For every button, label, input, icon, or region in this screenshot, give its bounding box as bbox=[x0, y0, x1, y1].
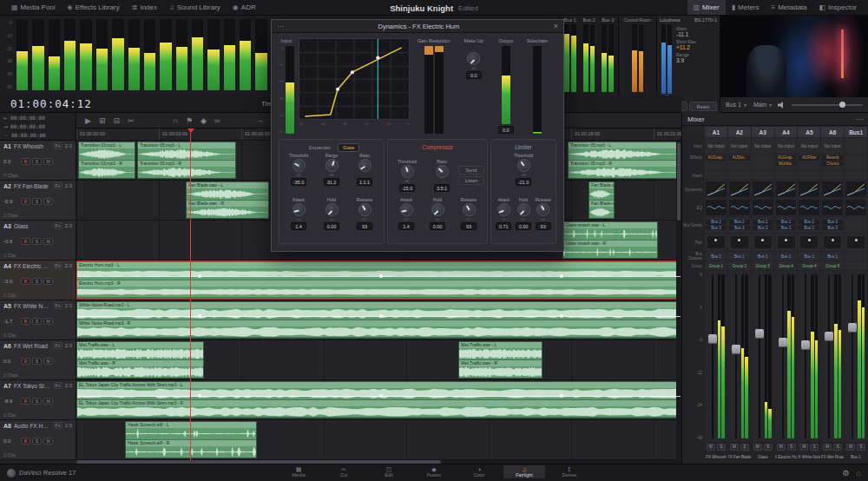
strip-effect-item[interactable]: AUDist.. bbox=[729, 155, 750, 161]
media-pool-button[interactable]: ▦Media Pool bbox=[5, 0, 62, 15]
audio-clip[interactable]: Hawk Screech.aiff - LHawk Screech.aiff -… bbox=[125, 421, 257, 458]
strip-effects[interactable] bbox=[752, 155, 774, 170]
strip-bus-output[interactable]: Bus 1 bbox=[752, 252, 774, 260]
strip-bus-output[interactable]: Bus 1 bbox=[798, 252, 820, 260]
audio-clip[interactable]: Fan Blade.wav - LFan Blade.wav - R bbox=[186, 181, 269, 219]
track-arm-button[interactable]: R bbox=[21, 278, 30, 285]
track-fx-badge[interactable]: Fx bbox=[54, 382, 62, 389]
strip-mute-button[interactable]: M bbox=[753, 444, 762, 451]
snap-icon[interactable]: ∩ bbox=[173, 116, 178, 125]
audio-clip[interactable]: Wet Traffic.wav - LWet Traffic.wav - R bbox=[76, 341, 204, 379]
strip-channel-label[interactable]: A3 bbox=[752, 127, 774, 137]
track-header[interactable]: A8Audio FX Hawk Sc..Fx2.00.0RSM1 Clip bbox=[0, 420, 76, 459]
settings-gear-icon[interactable]: ⚙ bbox=[842, 469, 849, 478]
track-fx-badge[interactable]: Fx bbox=[54, 262, 62, 269]
strip-solo-button[interactable]: S bbox=[740, 444, 749, 451]
fader-handle[interactable] bbox=[801, 340, 810, 350]
page-fusion[interactable]: ◆Fusion bbox=[413, 465, 455, 478]
mixer-button[interactable]: ▥Mixer bbox=[687, 0, 726, 15]
strip-eq-thumb[interactable] bbox=[775, 199, 798, 216]
audio-clip[interactable]: Transition 05.mp3 - LTransition 05.mp3 -… bbox=[137, 142, 236, 179]
strip-effects[interactable] bbox=[845, 155, 867, 170]
strip-solo-button[interactable]: S bbox=[810, 444, 819, 451]
page-cut[interactable]: ✂Cut bbox=[323, 465, 365, 478]
pan-control[interactable] bbox=[778, 236, 795, 248]
bus-send-item[interactable]: Bus 2 bbox=[729, 220, 750, 225]
strip-effect-item[interactable]: Chorus bbox=[822, 161, 843, 167]
strip-group[interactable]: Group 2 bbox=[728, 261, 751, 270]
strip-mute-button[interactable]: M bbox=[823, 444, 832, 451]
track-fx-badge[interactable]: Fx bbox=[54, 422, 62, 429]
track-mute-button[interactable]: M bbox=[43, 398, 53, 405]
strip-eq-thumb[interactable] bbox=[705, 199, 727, 216]
audio-clip[interactable]: Transition 05.mp3 - LTransition 05.mp3 -… bbox=[568, 142, 679, 179]
strip-effect-item[interactable]: AUGrap.. bbox=[706, 155, 727, 161]
bus-send-item[interactable]: Bus 3 bbox=[753, 226, 773, 231]
razor-tool-icon[interactable]: ✂ bbox=[128, 116, 135, 125]
bus-send-item[interactable]: Bus 3 bbox=[706, 226, 727, 231]
range-select-icon[interactable]: ⊞ bbox=[99, 116, 106, 125]
metadata-button[interactable]: ≡Metadata bbox=[766, 0, 813, 15]
audio-clip[interactable]: White Noise Road.mp3 - LWhite Noise Road… bbox=[76, 301, 681, 339]
pan-control[interactable] bbox=[824, 236, 841, 248]
strip-input[interactable]: No Input bbox=[752, 138, 774, 154]
listen-button[interactable]: Listen bbox=[458, 176, 484, 185]
track-mute-button[interactable]: M bbox=[43, 278, 53, 285]
track-arm-button[interactable]: R bbox=[21, 318, 30, 325]
track-fx-badge[interactable]: Fx bbox=[54, 222, 62, 229]
strip-bus-sends[interactable]: Bus 2Bus 3 bbox=[705, 217, 727, 233]
track-fx-badge[interactable]: Fx bbox=[54, 342, 62, 349]
strip-bus-output[interactable]: Bus 1 bbox=[821, 252, 844, 260]
page-edit[interactable]: ◫Edit bbox=[368, 465, 410, 478]
gate-tab[interactable]: Gate bbox=[338, 143, 359, 152]
track-lane[interactable]: White Noise Road.mp3 - LWhite Noise Road… bbox=[76, 300, 681, 339]
track-solo-button[interactable]: S bbox=[32, 238, 42, 245]
zoom-out-icon[interactable]: − bbox=[258, 116, 262, 125]
strip-insert[interactable] bbox=[775, 171, 798, 180]
release-knob[interactable] bbox=[463, 203, 476, 216]
ratio-knob[interactable] bbox=[436, 165, 449, 178]
strip-pan[interactable] bbox=[821, 234, 844, 251]
strip-effect-item[interactable]: Reverb bbox=[822, 155, 843, 161]
page-media[interactable]: ▦Media bbox=[278, 465, 319, 478]
strip-solo-button[interactable]: S bbox=[787, 444, 796, 451]
limiter-title[interactable]: Limiter bbox=[494, 142, 553, 153]
strip-solo-button[interactable]: S bbox=[717, 444, 726, 451]
strip-bus-sends[interactable]: Bus 2Bus 3 bbox=[775, 217, 798, 233]
threshold-knob[interactable] bbox=[401, 165, 414, 178]
track-mute-button[interactable]: M bbox=[43, 238, 53, 245]
strip-bus-sends[interactable]: Bus 2Bus 3 bbox=[798, 217, 820, 233]
track-solo-button[interactable]: S bbox=[32, 438, 42, 445]
expander-tab[interactable]: Expander bbox=[304, 143, 337, 152]
hold-knob[interactable] bbox=[517, 203, 530, 216]
fader-handle[interactable] bbox=[755, 329, 764, 339]
resolve-logo-icon[interactable] bbox=[7, 469, 16, 478]
fader-handle[interactable] bbox=[732, 345, 740, 354]
strip-pan[interactable] bbox=[728, 234, 751, 251]
strip-channel-label[interactable]: A5 bbox=[798, 127, 820, 137]
strip-group[interactable]: Group 3 bbox=[752, 261, 774, 270]
strip-effect-item[interactable]: AUGrap.. bbox=[776, 155, 797, 161]
strip-group[interactable]: Group 4 bbox=[798, 261, 820, 270]
track-fx-badge[interactable]: Fx bbox=[54, 182, 62, 189]
range-knob[interactable] bbox=[326, 159, 339, 172]
strip-dynamics-thumb[interactable] bbox=[845, 181, 867, 198]
pointer-tool-icon[interactable]: ▶ bbox=[85, 116, 91, 125]
trim-tool-icon[interactable]: ⊟ bbox=[113, 116, 120, 125]
mixer-options-icon[interactable]: ⋯ bbox=[856, 115, 863, 123]
strip-input[interactable]: No Input bbox=[705, 138, 727, 154]
strip-insert[interactable] bbox=[705, 171, 727, 180]
release-knob[interactable] bbox=[536, 203, 549, 216]
track-arm-button[interactable]: R bbox=[21, 238, 30, 245]
bus-send-item[interactable]: Bus 3 bbox=[799, 226, 819, 231]
strip-eq-thumb[interactable] bbox=[752, 199, 774, 216]
attack-knob[interactable] bbox=[400, 203, 413, 216]
strip-input[interactable]: No Input bbox=[821, 138, 844, 154]
fader-handle[interactable] bbox=[708, 334, 717, 344]
track-mute-button[interactable]: M bbox=[43, 318, 53, 325]
audio-clip[interactable]: Fan Blade.wav - LFan Blade.wav - R bbox=[589, 181, 615, 219]
fader-handle[interactable] bbox=[779, 338, 787, 347]
strip-dynamics-thumb[interactable] bbox=[752, 181, 774, 198]
strip-bus-sends[interactable]: Bus 2Bus 3 bbox=[821, 217, 844, 233]
strip-insert[interactable] bbox=[798, 171, 820, 180]
